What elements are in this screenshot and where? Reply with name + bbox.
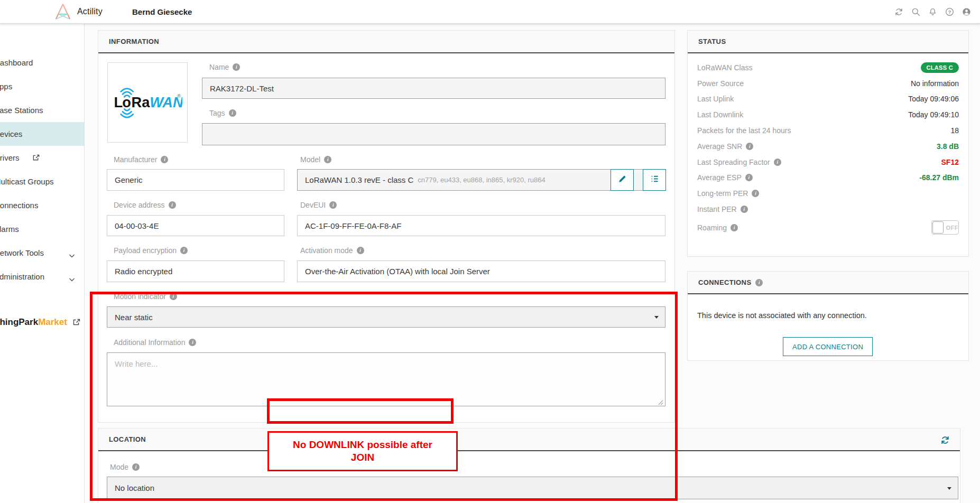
svg-text:®: ® <box>177 93 181 99</box>
info-icon[interactable]: i <box>746 143 753 150</box>
roaming-toggle[interactable]: OFF <box>931 220 959 235</box>
activation-mode-input[interactable]: Over-the-Air Activation (OTAA) with loca… <box>297 260 665 282</box>
device-address-input[interactable]: 04-00-03-4E <box>107 215 284 236</box>
status-row-average-esp: Average ESP i -68.27 dBm <box>688 170 968 186</box>
info-icon[interactable]: i <box>752 190 759 197</box>
info-icon[interactable]: i <box>755 279 763 286</box>
dropdown-caret-icon <box>654 316 659 319</box>
topbar-actions: ? <box>894 0 972 24</box>
status-row-instant-per: Instant PER i <box>688 201 968 217</box>
manufacturer-label: Manufacturer i <box>114 155 168 164</box>
info-icon[interactable]: i <box>161 156 168 163</box>
motion-indicator-select[interactable]: Near static <box>107 306 665 328</box>
status-header: STATUS <box>688 31 968 53</box>
info-icon[interactable]: i <box>189 339 196 346</box>
refresh-icon[interactable] <box>894 7 904 17</box>
chevron-down-icon <box>69 250 75 259</box>
add-connection-button[interactable]: ADD A CONNECTION <box>783 337 873 356</box>
svg-text:Ra: Ra <box>131 94 150 110</box>
info-icon[interactable]: i <box>329 201 337 209</box>
sidebar-item-dashboard[interactable]: Dashboard <box>0 51 84 74</box>
sidebar-item-drivers[interactable]: Drivers <box>0 146 84 170</box>
activation-mode-label: Activation mode i <box>300 246 364 255</box>
device-address-label: Device address i <box>114 201 176 209</box>
device-vendor-logo: L o Ra WAN ® <box>107 62 188 143</box>
info-icon[interactable]: i <box>180 247 188 254</box>
user-account-icon[interactable] <box>961 7 972 17</box>
info-icon[interactable]: i <box>169 201 176 209</box>
svg-text:o: o <box>122 94 131 110</box>
help-icon[interactable]: ? <box>945 7 955 17</box>
additional-information-label: Additional Information i <box>114 338 196 347</box>
deveui-input[interactable]: AC-1F-09-FF-FE-0A-F8-AF <box>297 215 665 236</box>
logged-in-user: Bernd Giesecke <box>132 7 192 16</box>
sidebar-item-administration[interactable]: Administration <box>0 265 84 288</box>
location-mode-select[interactable]: No location <box>107 477 958 499</box>
location-header: LOCATION <box>98 429 960 451</box>
external-link-icon <box>32 154 40 162</box>
model-list-button[interactable] <box>643 169 666 191</box>
search-icon[interactable] <box>911 7 921 17</box>
info-icon[interactable]: i <box>741 206 748 213</box>
thingpark-market-link[interactable]: ThingPark Market <box>0 314 81 331</box>
actility-logo-icon <box>53 3 73 23</box>
notifications-bell-icon[interactable] <box>928 7 938 17</box>
info-icon[interactable]: i <box>745 174 753 181</box>
chevron-down-icon <box>69 274 75 283</box>
sidebar-item-base-stations[interactable]: Base Stations <box>0 98 84 122</box>
info-icon[interactable]: i <box>233 63 240 71</box>
info-icon[interactable]: i <box>229 109 236 117</box>
sidebar-item-alarms[interactable]: Alarms <box>0 217 84 241</box>
status-row-average-snr: Average SNR i 3.8 dB <box>688 138 968 154</box>
device-details-page: Actility Bernd Giesecke <box>0 0 980 503</box>
connections-card: CONNECTIONS i This device is not associa… <box>687 271 969 361</box>
sidebar-items: Dashboard Apps Base Stations Devices Dri… <box>0 51 84 288</box>
info-icon[interactable]: i <box>357 247 364 254</box>
name-label: Name i <box>209 63 240 71</box>
connections-title: CONNECTIONS <box>698 278 751 286</box>
brand-name: Actility <box>77 7 103 16</box>
name-input[interactable]: RAK3172-DL-Test <box>202 78 665 99</box>
sidebar-item-apps[interactable]: Apps <box>0 74 84 98</box>
class-c-badge: CLASS C <box>921 62 959 73</box>
status-title: STATUS <box>698 38 726 45</box>
sidebar-item-multicast-groups[interactable]: Multicast Groups <box>0 170 84 193</box>
information-title: INFORMATION <box>109 38 159 45</box>
status-row-last-uplink: Last Uplink Today 09:49:06 <box>688 91 968 107</box>
external-link-icon <box>72 318 81 327</box>
status-rows: LoRaWAN Class CLASS C Power Source No in… <box>688 60 968 238</box>
dropdown-caret-icon <box>947 487 951 490</box>
info-icon[interactable]: i <box>731 224 738 231</box>
info-icon[interactable]: i <box>170 293 177 300</box>
textarea-resize-handle[interactable] <box>657 398 663 407</box>
info-icon[interactable]: i <box>324 156 331 163</box>
status-card: STATUS LoRaWAN Class CLASS C Power Sourc… <box>687 30 969 257</box>
svg-text:L: L <box>114 94 123 110</box>
sidebar-item-network-tools[interactable]: Network Tools <box>0 241 84 265</box>
location-mode-label: Mode i <box>110 463 140 471</box>
tags-label: Tags i <box>209 109 236 117</box>
pencil-icon <box>617 174 627 186</box>
svg-text:?: ? <box>948 10 951 15</box>
info-icon[interactable]: i <box>774 159 781 166</box>
sidebar-item-connections[interactable]: Connections <box>0 193 84 217</box>
location-title: LOCATION <box>109 435 146 443</box>
thingpark-market-logo: ThingPark <box>0 317 38 328</box>
sidebar-nav: Dashboard Apps Base Stations Devices Dri… <box>0 24 85 503</box>
edit-model-button[interactable] <box>611 169 634 191</box>
status-row-power-source: Power Source No information <box>688 76 968 91</box>
status-row-last-spreading-factor: Last Spreading Factor i SF12 <box>688 154 968 170</box>
list-icon <box>650 174 660 186</box>
status-row-roaming: Roaming i OFF <box>688 217 968 238</box>
payload-encryption-input[interactable]: Radio encrypted <box>107 260 284 282</box>
info-icon[interactable]: i <box>132 463 140 471</box>
status-row-lorawan-class: LoRaWAN Class CLASS C <box>688 60 968 76</box>
manufacturer-input[interactable]: Generic <box>107 169 284 191</box>
motion-indicator-label: Motion indicator i <box>114 292 177 301</box>
connections-header: CONNECTIONS i <box>688 272 968 294</box>
sidebar-item-devices[interactable]: Devices <box>0 122 84 146</box>
tags-input[interactable] <box>202 123 665 145</box>
additional-information-textarea[interactable] <box>107 352 665 406</box>
location-refresh-icon[interactable] <box>940 435 950 445</box>
status-row-last-downlink: Last Downlink Today 09:49:10 <box>688 107 968 123</box>
